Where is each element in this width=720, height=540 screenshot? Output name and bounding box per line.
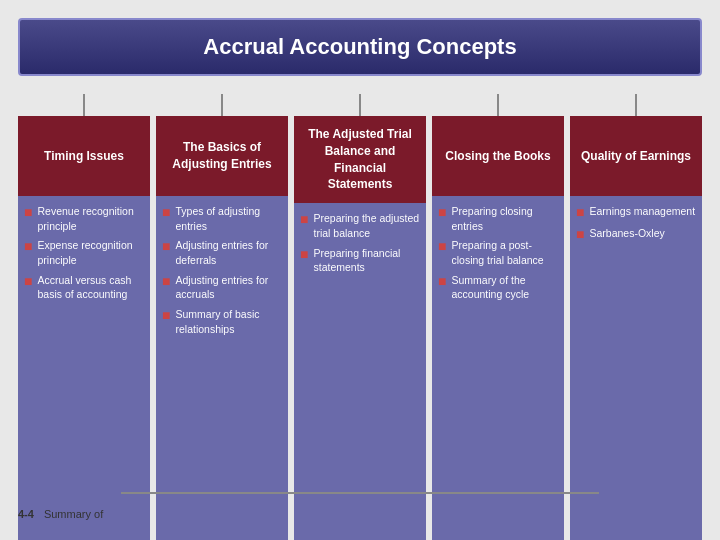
bullet-text: Adjusting entries for accruals (175, 273, 282, 302)
bullet-icon: ■ (24, 204, 32, 221)
list-item: ■ Types of adjusting entries (162, 204, 282, 233)
bullet-icon: ■ (438, 204, 446, 221)
bullet-text: Types of adjusting entries (175, 204, 282, 233)
bullet-icon: ■ (438, 273, 446, 290)
header-timing: Timing Issues (18, 116, 150, 196)
list-item: ■ Summary of the accounting cycle (438, 273, 558, 302)
column-quality: Quality of Earnings ■ Earnings managemen… (570, 104, 702, 540)
list-item: ■ Earnings management (576, 204, 696, 221)
list-item: ■ Expense recognition principle (24, 238, 144, 267)
list-item: ■ Summary of basic relationships (162, 307, 282, 336)
body-timing: ■ Revenue recognition principle ■ Expens… (18, 196, 150, 540)
body-closing: ■ Preparing closing entries ■ Preparing … (432, 196, 564, 540)
bullet-icon: ■ (576, 204, 584, 221)
bullet-text: Adjusting entries for deferrals (175, 238, 282, 267)
bullet-text: Preparing financial statements (313, 246, 420, 275)
bullet-icon: ■ (438, 238, 446, 255)
bullet-text: Accrual versus cash basis of accounting (37, 273, 144, 302)
bullet-icon: ■ (162, 204, 170, 221)
body-adjusted: ■ Preparing the adjusted trial balance ■… (294, 203, 426, 540)
bullet-text: Preparing closing entries (451, 204, 558, 233)
list-item: ■ Preparing a post-closing trial balance (438, 238, 558, 267)
list-item: ■ Sarbanes-Oxley (576, 226, 696, 243)
bullet-icon: ■ (162, 307, 170, 324)
list-item: ■ Preparing the adjusted trial balance (300, 211, 420, 240)
list-item: ■ Preparing financial statements (300, 246, 420, 275)
list-item: ■ Adjusting entries for deferrals (162, 238, 282, 267)
bullet-text: Summary of the accounting cycle (451, 273, 558, 302)
bullet-text: Expense recognition principle (37, 238, 144, 267)
bullet-icon: ■ (24, 238, 32, 255)
bullet-text: Earnings management (589, 204, 695, 219)
column-adjusted: The Adjusted Trial Balance and Financial… (294, 104, 426, 540)
header-quality: Quality of Earnings (570, 116, 702, 196)
main-content: Timing Issues ■ Revenue recognition prin… (18, 104, 702, 540)
list-item: ■ Adjusting entries for accruals (162, 273, 282, 302)
bullet-icon: ■ (300, 211, 308, 228)
slide: Accrual Accounting Concepts Timing Issue… (0, 0, 720, 540)
list-item: ■ Revenue recognition principle (24, 204, 144, 233)
column-timing: Timing Issues ■ Revenue recognition prin… (18, 104, 150, 540)
column-basics: The Basics of Adjusting Entries ■ Types … (156, 104, 288, 540)
bullet-text: Summary of basic relationships (175, 307, 282, 336)
page-number: 4-4 (18, 508, 34, 520)
bullet-icon: ■ (162, 273, 170, 290)
bullet-icon: ■ (162, 238, 170, 255)
bullet-icon: ■ (24, 273, 32, 290)
bullet-text: Preparing a post-closing trial balance (451, 238, 558, 267)
body-basics: ■ Types of adjusting entries ■ Adjusting… (156, 196, 288, 540)
bottom-row: 4-4 Summary of (18, 506, 702, 522)
header-basics: The Basics of Adjusting Entries (156, 116, 288, 196)
summary-text: Summary of (44, 508, 103, 520)
header-adjusted: The Adjusted Trial Balance and Financial… (294, 116, 426, 203)
header-closing: Closing the Books (432, 116, 564, 196)
bullet-text: Revenue recognition principle (37, 204, 144, 233)
bullet-text: Preparing the adjusted trial balance (313, 211, 420, 240)
slide-title: Accrual Accounting Concepts (18, 18, 702, 76)
list-item: ■ Preparing closing entries (438, 204, 558, 233)
body-quality: ■ Earnings management ■ Sarbanes-Oxley (570, 196, 702, 540)
bullet-icon: ■ (576, 226, 584, 243)
column-closing: Closing the Books ■ Preparing closing en… (432, 104, 564, 540)
bullet-icon: ■ (300, 246, 308, 263)
list-item: ■ Accrual versus cash basis of accountin… (24, 273, 144, 302)
bullet-text: Sarbanes-Oxley (589, 226, 664, 241)
